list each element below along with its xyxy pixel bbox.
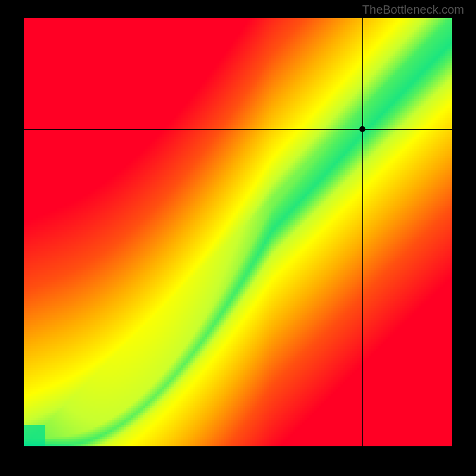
crosshair-vertical [362, 18, 363, 446]
watermark-text: TheBottleneck.com [362, 3, 464, 17]
selection-marker [359, 126, 365, 132]
chart-container: TheBottleneck.com [0, 0, 476, 476]
crosshair-horizontal [24, 129, 452, 130]
heatmap-canvas [24, 18, 452, 446]
plot-area [24, 18, 452, 446]
